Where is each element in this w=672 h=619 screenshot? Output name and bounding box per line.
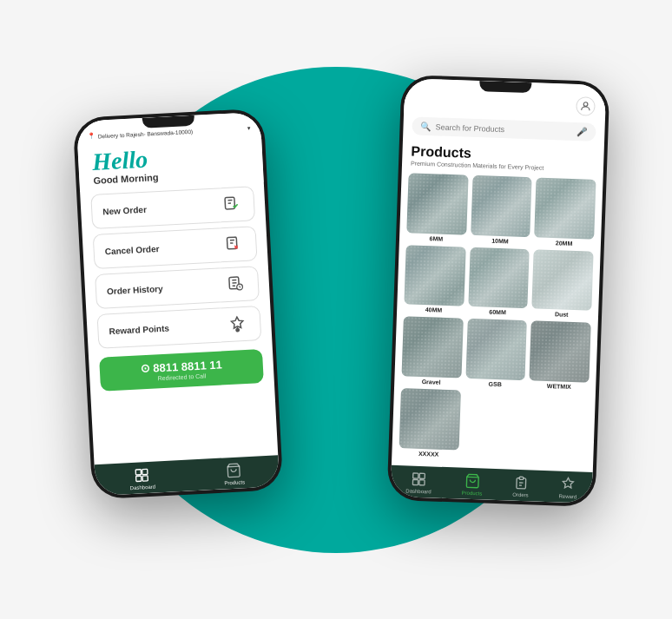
new-order-button[interactable]: New Order (90, 186, 255, 229)
bottom-nav-left: Dashboard Products (95, 455, 280, 496)
scene: 📍 Delivery to Rajesh- Banswada-10000) ▾ … (0, 0, 672, 619)
product-label-wetmix: WETMIX (547, 383, 571, 390)
product-label-dust: Dust (555, 312, 569, 319)
phone-left: 📍 Delivery to Rajesh- Banswada-10000) ▾ … (73, 109, 284, 500)
product-10mm[interactable]: 10MM (471, 175, 532, 245)
product-20mm[interactable]: 20MM (534, 177, 596, 247)
reward-points-label: Reward Points (109, 323, 169, 336)
profile-icon[interactable] (576, 96, 596, 116)
product-thumb-xxxxx (399, 388, 461, 450)
product-60mm[interactable]: 60MM (468, 247, 530, 317)
nav-right-products[interactable]: Products (462, 473, 484, 497)
svg-rect-14 (519, 477, 524, 479)
cancel-order-button[interactable]: Cancel Order (93, 226, 258, 269)
menu-buttons: New Order Cancel Order (80, 182, 272, 353)
order-history-icon (222, 274, 247, 294)
location-icon: 📍 (88, 133, 96, 140)
new-order-label: New Order (102, 204, 147, 216)
product-label-60mm: 60MM (489, 309, 506, 316)
svg-rect-6 (142, 469, 148, 474)
svg-point-4 (236, 328, 240, 332)
call-button[interactable]: ⊙ 8811 8811 11 Redirected to Call (99, 349, 264, 392)
bottom-nav-right: Dashboard Products Ord (391, 465, 593, 504)
search-input[interactable] (435, 122, 572, 136)
product-label-40mm: 40MM (425, 306, 443, 313)
nav-products[interactable]: Products (223, 462, 245, 485)
dropdown-icon: ▾ (247, 124, 250, 131)
product-thumb-40mm (404, 245, 465, 306)
nav-right-reward-label: Reward (558, 494, 576, 500)
product-gravel[interactable]: Gravel (401, 317, 463, 386)
nav-dashboard-label: Dashboard (130, 484, 156, 491)
nav-right-orders[interactable]: Orders (512, 475, 529, 498)
order-history-button[interactable]: Order History (95, 266, 260, 309)
product-thumb-60mm (468, 247, 530, 309)
reward-icon (225, 314, 250, 334)
product-thumb-gravel (402, 317, 464, 379)
nav-dashboard[interactable]: Dashboard (129, 467, 156, 491)
product-gsb[interactable]: GSB (465, 319, 527, 388)
search-bar[interactable]: 🔍 🎤 (412, 116, 596, 141)
svg-rect-7 (136, 476, 142, 481)
product-thumb-6mm (406, 173, 468, 234)
svg-rect-5 (136, 470, 142, 475)
product-label-gsb: GSB (489, 381, 502, 388)
svg-rect-8 (142, 476, 148, 481)
product-thumb-gsb (465, 319, 527, 380)
products-grid: 6MM 10MM 20MM 40MM 60MM (392, 168, 603, 468)
nav-right-orders-label: Orders (512, 492, 529, 498)
nav-right-dashboard[interactable]: Dashboard (405, 471, 432, 494)
notch-right (479, 81, 531, 93)
product-wetmix[interactable]: WETMIX (529, 321, 590, 391)
nav-right-dashboard-label: Dashboard (405, 488, 432, 494)
phone-right: 🔍 🎤 Products Premium Construction Materi… (387, 75, 610, 507)
svg-point-9 (583, 102, 588, 107)
phone-right-screen: 🔍 🎤 Products Premium Construction Materi… (391, 78, 607, 504)
nav-right-reward[interactable]: Reward (558, 477, 577, 500)
nav-products-label: Products (224, 479, 245, 485)
product-label-10mm: 10MM (491, 237, 509, 244)
svg-rect-11 (419, 473, 425, 478)
cancel-order-label: Cancel Order (104, 244, 159, 256)
product-xxxxx[interactable]: XXXXX (399, 388, 460, 458)
product-label-xxxxx: XXXXX (418, 451, 439, 458)
order-history-label: Order History (107, 283, 163, 295)
product-label-gravel: Gravel (422, 379, 441, 385)
search-icon: 🔍 (420, 122, 431, 131)
product-dust[interactable]: Dust (531, 249, 593, 319)
product-thumb-dust (532, 249, 594, 311)
product-thumb-wetmix (530, 321, 591, 383)
new-order-icon (219, 194, 244, 214)
mic-icon: 🎤 (576, 127, 587, 136)
svg-rect-10 (413, 473, 418, 478)
product-6mm[interactable]: 6MM (406, 173, 468, 242)
product-label-20mm: 20MM (556, 240, 573, 247)
product-label-6mm: 6MM (429, 235, 443, 242)
cancel-order-icon (221, 234, 246, 254)
nav-right-products-label: Products (462, 491, 483, 497)
reward-points-button[interactable]: Reward Points (96, 306, 261, 349)
product-40mm[interactable]: 40MM (404, 245, 465, 314)
svg-rect-12 (413, 479, 418, 484)
phone-left-screen: 📍 Delivery to Rajesh- Banswada-10000) ▾ … (76, 112, 280, 497)
product-thumb-20mm (535, 177, 596, 239)
product-thumb-10mm (471, 175, 532, 237)
svg-rect-13 (419, 480, 425, 485)
